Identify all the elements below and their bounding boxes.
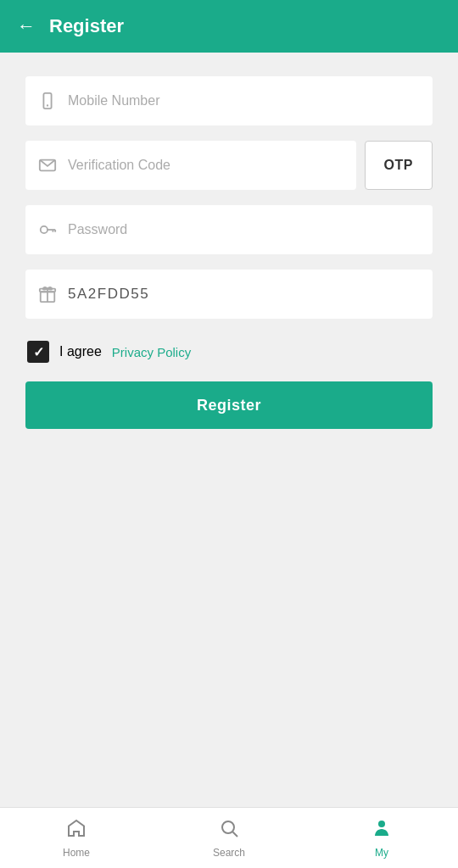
nav-search[interactable]: Search <box>153 818 305 859</box>
page-title: Register <box>49 15 124 37</box>
nav-my[interactable]: My <box>305 818 458 859</box>
person-icon <box>371 818 392 843</box>
message-icon <box>37 156 58 175</box>
agree-row: ✓ I agree Privacy Policy <box>25 341 433 363</box>
password-row <box>25 205 433 254</box>
captcha-value: 5A2FDD55 <box>68 286 149 303</box>
password-input[interactable] <box>68 222 421 237</box>
nav-search-label: Search <box>213 847 245 859</box>
verification-input-wrapper <box>25 141 356 190</box>
mobile-number-input[interactable] <box>68 93 421 108</box>
checkmark-icon: ✓ <box>33 344 44 360</box>
agree-label: I agree <box>59 344 102 359</box>
svg-point-10 <box>222 821 234 833</box>
register-button[interactable]: Register <box>25 381 433 429</box>
verification-code-input[interactable] <box>68 158 344 173</box>
back-button[interactable]: ← <box>17 15 36 37</box>
captcha-row: 5A2FDD55 <box>25 270 433 319</box>
phone-icon <box>37 92 58 110</box>
privacy-policy-link[interactable]: Privacy Policy <box>112 345 191 359</box>
main-content: OTP <box>0 53 458 807</box>
key-icon <box>37 220 58 239</box>
search-icon <box>219 818 239 843</box>
mobile-number-input-wrapper <box>25 76 433 125</box>
svg-point-12 <box>378 821 385 827</box>
nav-home[interactable]: Home <box>0 818 153 859</box>
home-icon <box>66 818 87 843</box>
agree-checkbox[interactable]: ✓ <box>27 341 49 363</box>
captcha-icon <box>37 285 58 303</box>
app-header: ← Register <box>0 0 458 53</box>
password-input-wrapper <box>25 205 433 254</box>
verification-code-row: OTP <box>25 141 433 190</box>
nav-home-label: Home <box>63 847 90 859</box>
bottom-nav: Home Search My <box>0 807 458 868</box>
svg-point-3 <box>41 226 47 233</box>
otp-button[interactable]: OTP <box>365 141 433 190</box>
mobile-number-row <box>25 76 433 125</box>
svg-line-11 <box>233 832 238 837</box>
nav-my-label: My <box>375 847 388 859</box>
captcha-input-wrapper: 5A2FDD55 <box>25 270 433 319</box>
